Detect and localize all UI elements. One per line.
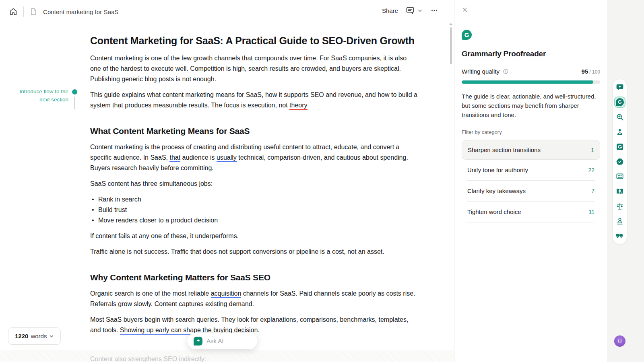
citations-icon[interactable] bbox=[614, 230, 625, 242]
share-button[interactable]: Share bbox=[382, 7, 398, 14]
grammarly-logo: G bbox=[462, 30, 472, 40]
ai-comment-icon[interactable] bbox=[614, 82, 625, 93]
audience-icon[interactable] bbox=[614, 171, 625, 182]
sidebar-title: Grammarly Proofreader bbox=[462, 49, 600, 58]
quality-score: 95/ 100 bbox=[582, 68, 600, 75]
category-clarify-key-takeaways[interactable]: Clarify key takeaways 7 bbox=[467, 181, 594, 202]
ai-search-icon[interactable] bbox=[614, 111, 625, 123]
doc-h2: What Content Marketing Means for SaaS bbox=[90, 125, 419, 137]
document-page[interactable]: Content Marketing for SaaS: A Practical … bbox=[90, 34, 419, 341]
doc-h1: Content Marketing for SaaS: A Practical … bbox=[90, 34, 419, 47]
suggestion-blue[interactable]: Showing up early can shape bbox=[120, 327, 201, 335]
ask-ai-button[interactable]: Ask AI bbox=[187, 333, 258, 349]
bullet-item: Rank in search bbox=[92, 194, 419, 205]
doc-paragraph: Most SaaS buyers begin with search queri… bbox=[90, 315, 419, 335]
category-count: 22 bbox=[588, 167, 594, 173]
comments-icon[interactable] bbox=[405, 6, 423, 15]
right-rail-strip: G bbox=[607, 0, 644, 362]
document-header: Content marketing for SaaS Share bbox=[0, 0, 454, 23]
doc-paragraph: If content fails at any one of these, it… bbox=[90, 231, 419, 241]
quality-fill bbox=[462, 80, 593, 84]
grammar-alert-red[interactable]: theory bbox=[289, 102, 307, 110]
word-count-value: 1220 bbox=[15, 333, 28, 339]
grammarly-app: Content marketing for SaaS Share Introdu… bbox=[0, 0, 644, 362]
comment-anchor-dot[interactable] bbox=[72, 89, 77, 95]
rewrite-icon[interactable] bbox=[614, 141, 625, 152]
user-avatar[interactable]: U bbox=[614, 335, 625, 347]
document-icon bbox=[29, 8, 37, 16]
suggestion-blue[interactable]: usually bbox=[217, 154, 237, 162]
bullet-item: Move readers closer to a product decisio… bbox=[92, 215, 419, 226]
category-sharpen-section-transitions[interactable]: Sharpen section transitions 1 bbox=[462, 140, 600, 160]
header-divider bbox=[23, 6, 24, 17]
info-icon[interactable] bbox=[503, 68, 509, 74]
scrollbar-up-arrow[interactable] bbox=[449, 23, 452, 25]
feature-rail: G bbox=[613, 79, 627, 245]
chevron-down-icon bbox=[49, 334, 54, 339]
category-tighten-word-choice[interactable]: Tighten word choice 11 bbox=[467, 202, 594, 222]
more-options-icon[interactable] bbox=[430, 6, 439, 15]
doc-bullet-list: Rank in search Build trust Move readers … bbox=[92, 194, 419, 226]
filter-by-category-label: Filter by category bbox=[462, 129, 600, 135]
approval-stamp-icon[interactable] bbox=[614, 216, 625, 227]
bullet-item: Build trust bbox=[92, 205, 419, 215]
suggestion-blue[interactable]: that bbox=[169, 154, 180, 162]
writing-quality-label: Writing quality bbox=[462, 68, 500, 75]
doc-paragraph: Organic search is one of the most reliab… bbox=[90, 288, 419, 309]
category-count: 11 bbox=[588, 209, 594, 215]
proofreader-sidebar: G Grammarly Proofreader Writing quality … bbox=[454, 0, 607, 362]
proofread-badge-icon[interactable] bbox=[614, 156, 625, 167]
chevron-down-icon bbox=[417, 8, 423, 13]
page-edge-strip bbox=[0, 350, 454, 362]
quality-score-max: / 100 bbox=[589, 69, 600, 75]
comment-anchor-line bbox=[74, 97, 75, 109]
grammarly-proofreader-icon[interactable]: G bbox=[614, 97, 625, 108]
word-count-label: words bbox=[31, 333, 47, 339]
category-count: 7 bbox=[591, 188, 594, 194]
knowledge-lookup-icon[interactable] bbox=[614, 186, 625, 197]
suggestion-blue[interactable]: acquisition bbox=[211, 290, 242, 298]
document-scrollbar[interactable] bbox=[450, 27, 452, 64]
doc-paragraph: Content marketing is the process of crea… bbox=[90, 142, 419, 173]
personalization-icon[interactable] bbox=[614, 126, 625, 138]
home-icon[interactable] bbox=[9, 7, 18, 16]
ask-ai-sparkle-icon bbox=[194, 337, 202, 346]
ask-ai-label: Ask AI bbox=[206, 337, 224, 344]
doc-h2: Why Content Marketing Matters for SaaS S… bbox=[90, 272, 419, 284]
margin-comment[interactable]: Introduce flow to the next section bbox=[16, 88, 68, 104]
compare-scales-icon[interactable] bbox=[614, 201, 625, 212]
word-count-button[interactable]: 1220 words bbox=[8, 327, 61, 345]
document-title[interactable]: Content marketing for SaaS bbox=[43, 8, 119, 15]
quality-progress-bar bbox=[462, 80, 600, 84]
doc-paragraph: Content marketing is one of the few grow… bbox=[90, 53, 419, 84]
doc-paragraph: This guide explains what content marketi… bbox=[90, 90, 419, 111]
quality-summary: The guide is clear, actionable, and well… bbox=[462, 92, 600, 119]
doc-paragraph: Traffic alone is not success. Traffic th… bbox=[90, 247, 419, 257]
faded-next-paragraph: Content also strengthens SEO indirectly: bbox=[90, 356, 206, 362]
category-count: 1 bbox=[591, 147, 594, 153]
close-icon[interactable] bbox=[462, 6, 468, 14]
category-unify-tone-for-authority[interactable]: Unify tone for authority 22 bbox=[467, 160, 594, 181]
doc-paragraph: SaaS content has three simultaneous jobs… bbox=[90, 179, 419, 189]
